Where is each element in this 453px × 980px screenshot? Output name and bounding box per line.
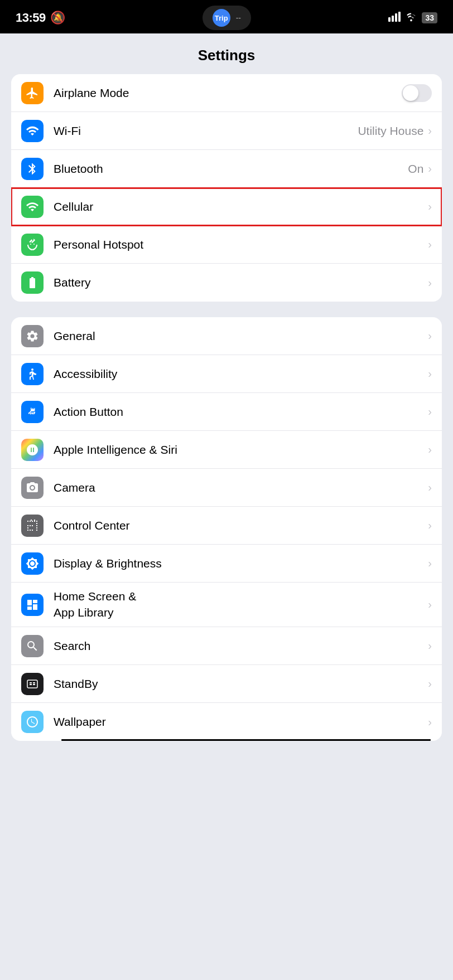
airplane-mode-icon (21, 82, 44, 104)
wallpaper-icon (21, 711, 44, 733)
wifi-settings-icon (21, 120, 44, 142)
svg-rect-1 (392, 16, 394, 22)
camera-chevron: › (428, 481, 432, 494)
settings-row-apple-intelligence[interactable]: Apple Intelligence & Siri › (11, 431, 442, 469)
accessibility-chevron: › (428, 367, 432, 380)
battery-label: Battery (54, 276, 428, 289)
wallpaper-label: Wallpaper (54, 715, 428, 729)
settings-row-action-button[interactable]: Action Button › (11, 393, 442, 431)
general-icon (21, 325, 44, 347)
wifi-icon (405, 12, 417, 25)
svg-rect-0 (388, 17, 391, 22)
status-separator: -- (236, 13, 241, 22)
general-label: General (54, 329, 428, 343)
display-brightness-chevron: › (428, 557, 432, 570)
general-section: General › Accessibility › Action Button … (11, 317, 442, 741)
hotspot-chevron: › (428, 238, 432, 251)
apple-intelligence-chevron: › (428, 443, 432, 456)
page-title: Settings (0, 33, 453, 74)
bluetooth-value: On (408, 162, 423, 176)
hotspot-icon (21, 234, 44, 256)
svg-rect-3 (398, 12, 401, 22)
settings-row-accessibility[interactable]: Accessibility › (11, 355, 442, 393)
status-time: 13:59 🔕 (16, 11, 65, 25)
camera-label: Camera (54, 481, 428, 494)
control-center-icon (21, 515, 44, 537)
settings-row-search[interactable]: Search › (11, 627, 442, 665)
camera-icon (21, 477, 44, 499)
apple-intelligence-label: Apple Intelligence & Siri (54, 443, 428, 457)
cellular-chevron: › (428, 200, 432, 213)
battery-chevron: › (428, 276, 432, 289)
settings-row-display-brightness[interactable]: Display & Brightness › (11, 545, 442, 583)
bell-icon: 🔕 (50, 11, 65, 25)
wifi-label: Wi-Fi (54, 124, 358, 138)
trip-badge: Trip (213, 9, 230, 27)
bluetooth-label: Bluetooth (54, 162, 408, 176)
airplane-mode-toggle[interactable] (402, 84, 432, 102)
home-screen-icon (21, 594, 44, 616)
home-screen-label: Home Screen &App Library (54, 589, 428, 620)
standby-label: StandBy (54, 677, 428, 691)
svg-rect-5 (27, 680, 37, 688)
apple-intelligence-icon (21, 439, 44, 461)
connectivity-section: Airplane Mode Wi-Fi Utility House › Blue… (11, 74, 442, 302)
settings-row-wallpaper[interactable]: Wallpaper › (11, 703, 442, 741)
wifi-chevron: › (428, 124, 432, 137)
svg-point-4 (31, 368, 33, 371)
hotspot-label: Personal Hotspot (54, 238, 428, 251)
signal-icon (388, 12, 401, 25)
control-center-label: Control Center (54, 519, 428, 532)
search-label: Search (54, 639, 428, 653)
search-chevron: › (428, 639, 432, 652)
control-center-chevron: › (428, 519, 432, 532)
general-chevron: › (428, 329, 432, 342)
settings-row-control-center[interactable]: Control Center › (11, 507, 442, 545)
display-brightness-icon (21, 552, 44, 575)
status-center: Trip -- (203, 6, 251, 30)
accessibility-label: Accessibility (54, 367, 428, 381)
standby-icon (21, 673, 44, 695)
settings-row-general[interactable]: General › (11, 317, 442, 355)
settings-row-bluetooth[interactable]: Bluetooth On › (11, 150, 442, 188)
home-screen-chevron: › (428, 598, 432, 611)
bluetooth-chevron: › (428, 162, 432, 175)
settings-row-camera[interactable]: Camera › (11, 469, 442, 507)
action-button-label: Action Button (54, 405, 428, 419)
settings-row-wifi[interactable]: Wi-Fi Utility House › (11, 112, 442, 150)
airplane-mode-label: Airplane Mode (54, 86, 402, 100)
settings-row-airplane-mode[interactable]: Airplane Mode (11, 74, 442, 112)
accessibility-icon (21, 363, 44, 385)
display-brightness-label: Display & Brightness (54, 557, 428, 570)
settings-row-home-screen[interactable]: Home Screen &App Library › (11, 583, 442, 627)
action-button-chevron: › (428, 405, 432, 418)
wallpaper-chevron: › (428, 716, 432, 729)
settings-row-cellular[interactable]: Cellular › (11, 188, 442, 226)
action-button-icon (21, 401, 44, 423)
settings-row-battery[interactable]: Battery › (11, 264, 442, 302)
svg-rect-2 (395, 13, 397, 22)
search-settings-icon (21, 635, 44, 657)
bluetooth-icon (21, 158, 44, 180)
status-bar: 13:59 🔕 Trip -- 33 (0, 0, 453, 33)
wifi-value: Utility House (358, 124, 423, 138)
settings-row-personal-hotspot[interactable]: Personal Hotspot › (11, 226, 442, 264)
standby-chevron: › (428, 677, 432, 690)
status-right: 33 (388, 12, 437, 25)
settings-row-standby[interactable]: StandBy › (11, 665, 442, 703)
battery-settings-icon (21, 271, 44, 294)
cellular-label: Cellular (54, 200, 428, 214)
cellular-icon (21, 196, 44, 218)
battery-level: 33 (422, 12, 437, 23)
